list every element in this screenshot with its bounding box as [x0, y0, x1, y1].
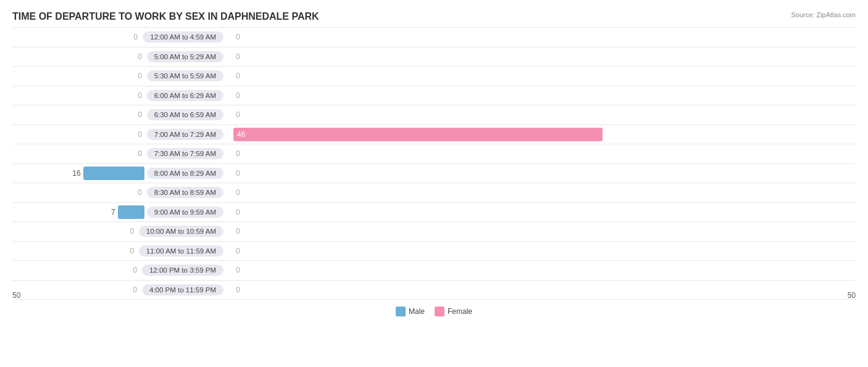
male-value: 0 — [125, 149, 142, 158]
chart-area: 012:00 AM to 4:59 AM005:00 AM to 5:29 AM… — [12, 27, 856, 321]
time-label: 5:00 AM to 5:29 AM — [147, 51, 223, 62]
time-label: 6:30 AM to 6:59 AM — [147, 109, 223, 120]
row-left-section: 168:00 AM to 8:29 AM — [12, 167, 228, 180]
male-value: 0 — [125, 188, 142, 197]
female-value: 0 — [236, 149, 248, 158]
female-value: 0 — [236, 247, 248, 255]
female-value: 0 — [236, 208, 248, 216]
time-label: 5:30 AM to 5:59 AM — [147, 70, 223, 81]
legend: Male Female — [396, 307, 472, 316]
time-label: 8:30 AM to 8:59 AM — [147, 187, 223, 198]
time-label: 10:00 AM to 10:59 AM — [139, 226, 223, 237]
row-left-section: 010:00 AM to 10:59 AM — [12, 225, 228, 238]
row-right-section: 0 — [228, 244, 856, 258]
time-label: 7:30 AM to 7:59 AM — [147, 148, 223, 159]
female-value: 0 — [236, 33, 248, 41]
legend-male: Male — [396, 307, 425, 316]
legend-female-label: Female — [448, 307, 472, 316]
table-row: 08:30 AM to 8:59 AM0 — [12, 183, 856, 202]
time-label: 7:00 AM to 7:29 AM — [147, 129, 223, 140]
male-value: 0 — [120, 33, 138, 41]
row-right-section: 0 — [228, 89, 856, 102]
male-value: 0 — [125, 91, 142, 100]
row-right-section: 0 — [228, 225, 856, 238]
table-row: 06:30 AM to 6:59 AM0 — [12, 105, 856, 125]
table-row: 79:00 AM to 9:59 AM0 — [12, 202, 856, 222]
legend-female: Female — [435, 307, 472, 316]
legend-female-box — [435, 307, 444, 316]
time-label: 6:00 AM to 6:29 AM — [147, 90, 223, 101]
table-row: 07:30 AM to 7:59 AM0 — [12, 144, 856, 163]
male-value: 0 — [120, 266, 137, 274]
time-label: 12:00 PM to 3:59 PM — [142, 265, 223, 276]
legend-male-box — [396, 307, 406, 316]
row-right-section: 0 — [228, 167, 856, 180]
x-tick-left: 50 — [12, 291, 20, 300]
row-left-section: 06:30 AM to 6:59 AM — [12, 108, 228, 122]
table-row: 07:00 AM to 7:29 AM46 — [12, 125, 856, 144]
table-row: 012:00 AM to 4:59 AM0 — [12, 27, 856, 47]
male-value: 16 — [64, 169, 81, 178]
female-value: 0 — [236, 188, 248, 197]
table-row: 010:00 AM to 10:59 AM0 — [12, 221, 856, 241]
table-row: 06:00 AM to 6:29 AM0 — [12, 86, 856, 105]
row-right-section: 46 — [228, 128, 856, 141]
row-left-section: 07:00 AM to 7:29 AM — [12, 128, 228, 141]
row-left-section: 012:00 AM to 4:59 AM — [12, 30, 228, 44]
row-left-section: 06:00 AM to 6:29 AM — [12, 89, 228, 102]
legend-male-label: Male — [409, 307, 425, 316]
row-right-section: 0 — [228, 50, 856, 64]
male-bar — [83, 167, 144, 180]
table-row: 012:00 PM to 3:59 PM0 — [12, 260, 856, 280]
row-left-section: 012:00 PM to 3:59 PM — [12, 263, 228, 277]
female-value: 0 — [236, 91, 248, 100]
female-value: 0 — [236, 52, 248, 61]
time-label: 8:00 AM to 8:29 AM — [147, 168, 223, 179]
time-label: 11:00 AM to 11:59 AM — [139, 245, 223, 257]
row-right-section: 0 — [228, 205, 856, 219]
row-left-section: 011:00 AM to 11:59 AM — [12, 244, 228, 258]
male-value: 0 — [125, 72, 142, 80]
time-label: 9:00 AM to 9:59 AM — [147, 207, 223, 218]
female-value: 0 — [236, 169, 248, 178]
female-bar: 46 — [233, 128, 603, 141]
table-row: 05:00 AM to 5:29 AM0 — [12, 47, 856, 67]
male-bar — [118, 205, 144, 219]
male-value: 0 — [117, 227, 134, 236]
source-text: Source: ZipAtlas.com — [791, 11, 856, 19]
male-value: 7 — [98, 208, 115, 216]
row-left-section: 08:30 AM to 8:59 AM — [12, 186, 228, 199]
row-left-section: 79:00 AM to 9:59 AM — [12, 205, 228, 219]
row-left-section: 05:00 AM to 5:29 AM — [12, 50, 228, 64]
x-tick-right: 50 — [848, 291, 856, 300]
row-right-section: 0 — [228, 30, 856, 44]
row-right-section: 0 — [228, 186, 856, 199]
row-left-section: 05:30 AM to 5:59 AM — [12, 69, 228, 83]
row-left-section: 07:30 AM to 7:59 AM — [12, 147, 228, 160]
row-right-section: 0 — [228, 147, 856, 160]
table-row: 168:00 AM to 8:29 AM0 — [12, 163, 856, 183]
male-value: 0 — [117, 247, 134, 255]
female-value: 0 — [236, 227, 248, 236]
male-value: 0 — [125, 110, 142, 119]
rows-container: 012:00 AM to 4:59 AM005:00 AM to 5:29 AM… — [12, 27, 856, 300]
time-label: 12:00 AM to 4:59 AM — [143, 31, 223, 43]
male-value: 0 — [125, 52, 142, 61]
table-row: 011:00 AM to 11:59 AM0 — [12, 241, 856, 261]
female-value: 0 — [236, 110, 248, 119]
chart-title: TIME OF DEPARTURE TO WORK BY SEX IN DAPH… — [12, 11, 856, 22]
female-value: 0 — [236, 266, 248, 274]
row-right-section: 0 — [228, 263, 856, 277]
male-value: 0 — [125, 130, 142, 139]
table-row: 05:30 AM to 5:59 AM0 — [12, 66, 856, 86]
female-value: 0 — [236, 72, 248, 80]
row-right-section: 0 — [228, 108, 856, 122]
row-right-section: 0 — [228, 69, 856, 83]
chart-container: TIME OF DEPARTURE TO WORK BY SEX IN DAPH… — [0, 0, 868, 367]
x-axis: 50 50 — [12, 291, 856, 300]
